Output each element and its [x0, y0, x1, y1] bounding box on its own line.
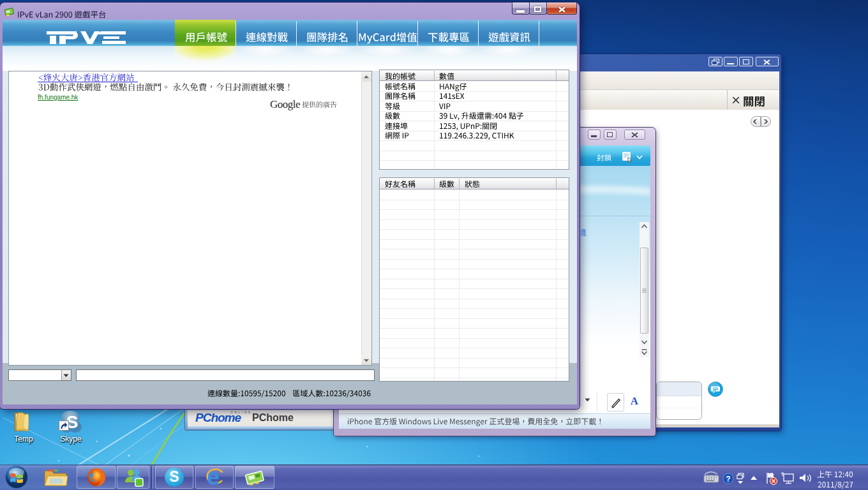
- svg-text:?: ?: [726, 475, 730, 484]
- svg-text:e: e: [207, 466, 220, 488]
